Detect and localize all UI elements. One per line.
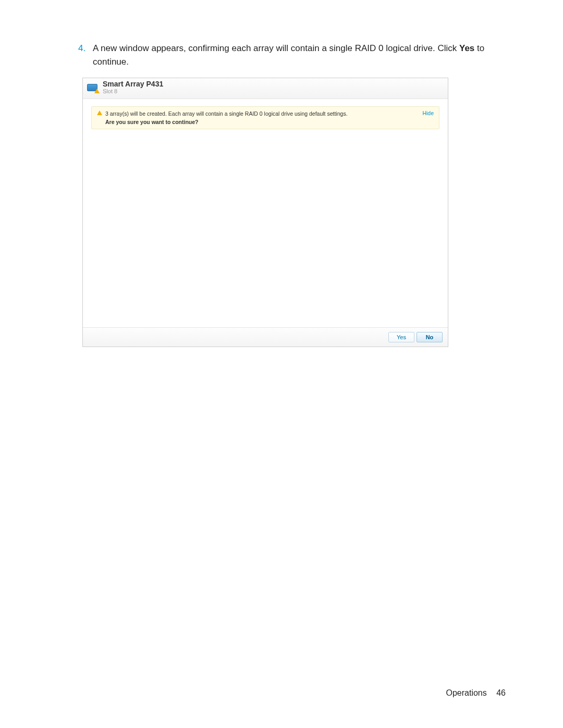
step-text-bold: Yes (459, 43, 474, 53)
footer-page-number: 46 (496, 688, 506, 697)
page-footer: Operations 46 (446, 688, 506, 698)
warning-icon (97, 110, 102, 115)
dialog-title: Smart Array P431 (103, 80, 163, 88)
yes-button[interactable]: Yes (388, 332, 414, 342)
step-text: A new window appears, confirming each ar… (93, 42, 506, 68)
controller-icon (87, 83, 99, 92)
dialog-subtitle: Slot 8 (103, 88, 163, 94)
no-button[interactable]: No (417, 332, 443, 342)
step-number: 4. (78, 42, 93, 55)
footer-section: Operations (446, 688, 486, 697)
confirmation-dialog: Smart Array P431 Slot 8 3 array(s) will … (82, 78, 448, 347)
document-page: 4. A new window appears, confirming each… (0, 0, 563, 728)
alert-confirm: Are you sure you want to continue? (105, 118, 417, 126)
hide-link[interactable]: Hide (422, 110, 434, 116)
dialog-header: Smart Array P431 Slot 8 (83, 78, 448, 99)
step-instruction: 4. A new window appears, confirming each… (78, 42, 506, 68)
alert-message: 3 array(s) will be created. Each array w… (105, 110, 348, 117)
dialog-footer: Yes No (83, 328, 448, 347)
dialog-content: 3 array(s) will be created. Each array w… (83, 99, 448, 129)
alert-text-block: 3 array(s) will be created. Each array w… (105, 110, 417, 125)
dialog-title-block: Smart Array P431 Slot 8 (103, 80, 163, 94)
step-text-before: A new window appears, confirming each ar… (93, 43, 459, 53)
dialog-body (83, 129, 448, 328)
warning-alert: 3 array(s) will be created. Each array w… (91, 106, 439, 129)
